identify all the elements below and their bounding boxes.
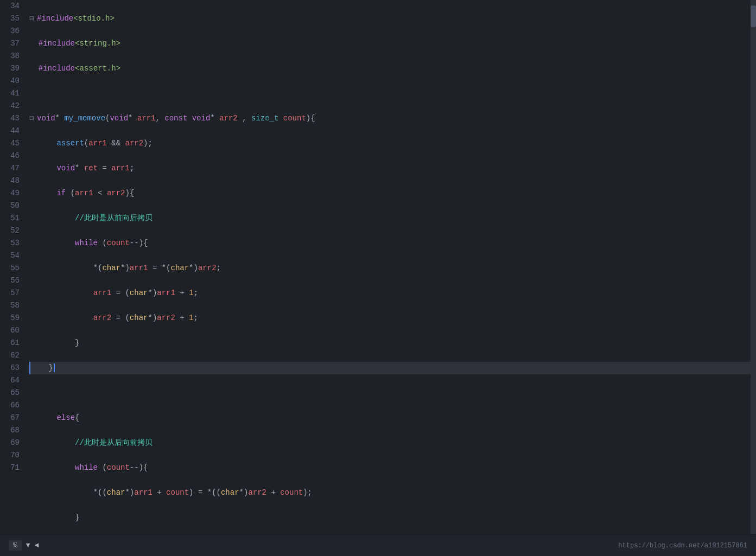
ln-60: 60 [0,324,20,337]
ln-62: 62 [0,349,20,362]
ln-43: 43 [0,112,20,125]
status-left: % ▼ ◄ [9,540,39,551]
ln-36: 36 [0,25,20,37]
code-line-53: *((char*)arr1 + count) = *((char*)arr2 +… [29,487,756,499]
code-line-48: } [29,362,756,374]
fold-34[interactable]: ⊟ [29,12,37,25]
ln-65: 65 [0,387,20,399]
code-line-41: if (arr1 < arr2){ [29,187,756,200]
code-line-49 [29,387,756,399]
code-line-35: #include<string.h> [29,37,756,50]
ln-50: 50 [0,200,20,212]
ln-67: 67 [0,412,20,424]
ln-47: 47 [0,162,20,175]
code-editor: 34 35 36 37 38 39 40 41 42 43 44 45 46 4… [0,0,756,534]
ln-66: 66 [0,399,20,412]
ln-64: 64 [0,374,20,387]
ln-53: 53 [0,237,20,250]
ln-37: 37 [0,37,20,50]
fold-38[interactable]: ⊟ [29,112,37,125]
status-bar: % ▼ ◄ https://blog.csdn.net/a1912157861 [0,534,756,556]
ln-68: 68 [0,424,20,437]
scroll-left-icon[interactable]: ▼ [26,541,30,549]
code-line-52: while (count--){ [29,462,756,474]
code-line-40: void* ret = arr1; [29,162,756,175]
ln-57: 57 [0,287,20,299]
ln-51: 51 [0,212,20,225]
code-line-54: } [29,512,756,524]
code-line-51: //此时是从后向前拷贝 [29,437,756,449]
code-line-44: *(char*)arr1 = *(char*)arr2; [29,262,756,274]
scrollbar-thumb[interactable] [751,5,756,27]
ln-39: 39 [0,62,20,75]
ln-49: 49 [0,187,20,200]
code-line-47: } [29,337,756,349]
code-line-36: #include<assert.h> [29,62,756,75]
ln-69: 69 [0,437,20,449]
code-line-43: while (count--){ [29,237,756,250]
ln-52: 52 [0,225,20,237]
percent-badge: % [9,540,22,551]
ln-58: 58 [0,299,20,312]
scroll-indicator[interactable]: ◄ [35,541,39,549]
ln-48: 48 [0,175,20,187]
code-line-46: arr2 = (char*)arr2 + 1; [29,312,756,324]
code-content[interactable]: ⊟#include<stdio.h> #include<string.h> #i… [24,0,756,534]
ln-71: 71 [0,462,20,474]
code-line-37 [29,87,756,100]
ln-70: 70 [0,449,20,462]
code-line-45: arr1 = (char*)arr1 + 1; [29,287,756,299]
ln-59: 59 [0,312,20,324]
ln-61: 61 [0,337,20,349]
ln-40: 40 [0,75,20,87]
code-line-34: ⊟#include<stdio.h> [29,12,756,25]
ln-44: 44 [0,125,20,137]
ln-56: 56 [0,274,20,287]
ln-54: 54 [0,250,20,262]
ln-38: 38 [0,50,20,62]
url-display: https://blog.csdn.net/a1912157861 [618,542,747,549]
ln-41: 41 [0,87,20,100]
ln-63: 63 [0,362,20,374]
ln-55: 55 [0,262,20,274]
line-numbers: 34 35 36 37 38 39 40 41 42 43 44 45 46 4… [0,0,24,534]
code-line-50: else{ [29,412,756,424]
code-line-39: assert(arr1 && arr2); [29,137,756,150]
code-line-42: //此时是从前向后拷贝 [29,212,756,225]
ln-42: 42 [0,100,20,112]
code-line-38: ⊟void* my_memove(void* arr1, const void*… [29,112,756,125]
ln-34: 34 [0,0,20,12]
ln-46: 46 [0,150,20,162]
ln-45: 45 [0,137,20,150]
ln-35: 35 [0,12,20,25]
scrollbar-vertical[interactable] [751,0,756,534]
